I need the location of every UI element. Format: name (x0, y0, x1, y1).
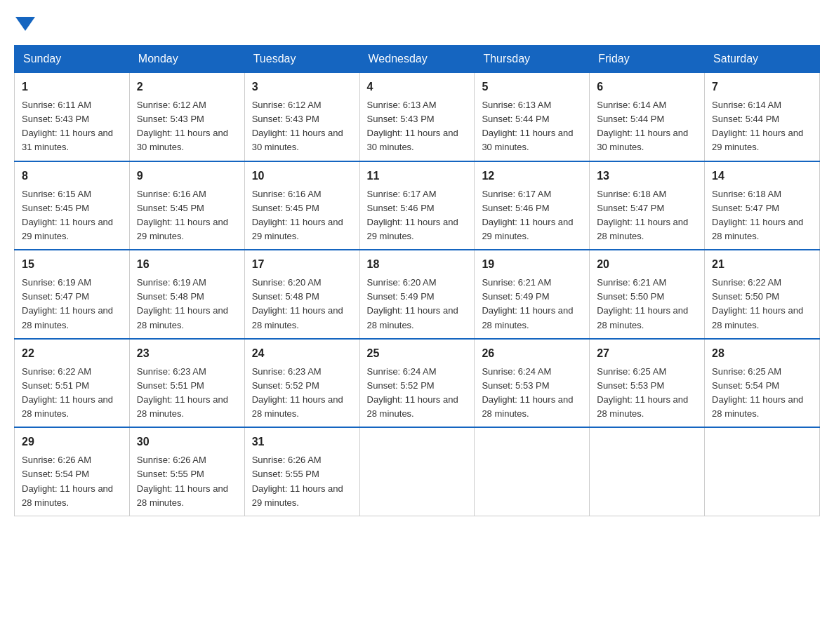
day-info: Sunrise: 6:26 AMSunset: 5:54 PMDaylight:… (22, 453, 122, 510)
day-number: 17 (252, 256, 352, 273)
day-info: Sunrise: 6:11 AMSunset: 5:43 PMDaylight:… (22, 98, 122, 155)
day-number: 19 (482, 256, 582, 273)
calendar-week-row: 1Sunrise: 6:11 AMSunset: 5:43 PMDaylight… (15, 73, 820, 161)
day-number: 21 (712, 256, 812, 273)
day-info: Sunrise: 6:26 AMSunset: 5:55 PMDaylight:… (252, 453, 352, 510)
column-header-thursday: Thursday (475, 46, 590, 73)
day-info: Sunrise: 6:18 AMSunset: 5:47 PMDaylight:… (597, 187, 697, 244)
day-info: Sunrise: 6:18 AMSunset: 5:47 PMDaylight:… (712, 187, 812, 244)
calendar-cell: 29Sunrise: 6:26 AMSunset: 5:54 PMDayligh… (15, 427, 130, 516)
day-info: Sunrise: 6:26 AMSunset: 5:55 PMDaylight:… (137, 453, 237, 510)
calendar-cell: 1Sunrise: 6:11 AMSunset: 5:43 PMDaylight… (15, 73, 130, 161)
calendar-cell: 16Sunrise: 6:19 AMSunset: 5:48 PMDayligh… (129, 250, 244, 339)
day-info: Sunrise: 6:19 AMSunset: 5:48 PMDaylight:… (137, 276, 237, 333)
day-number: 8 (22, 168, 122, 185)
day-info: Sunrise: 6:12 AMSunset: 5:43 PMDaylight:… (252, 98, 352, 155)
calendar-cell: 3Sunrise: 6:12 AMSunset: 5:43 PMDaylight… (244, 73, 359, 161)
calendar-cell: 17Sunrise: 6:20 AMSunset: 5:48 PMDayligh… (244, 250, 359, 339)
column-header-wednesday: Wednesday (359, 46, 475, 73)
calendar-cell: 27Sunrise: 6:25 AMSunset: 5:53 PMDayligh… (590, 339, 705, 428)
day-number: 10 (252, 168, 352, 185)
day-number: 4 (367, 79, 468, 95)
calendar-cell: 15Sunrise: 6:19 AMSunset: 5:47 PMDayligh… (15, 250, 130, 339)
calendar-cell: 24Sunrise: 6:23 AMSunset: 5:52 PMDayligh… (244, 339, 359, 428)
day-number: 31 (252, 434, 352, 450)
calendar-cell (475, 427, 590, 516)
day-info: Sunrise: 6:21 AMSunset: 5:49 PMDaylight:… (482, 276, 582, 333)
day-info: Sunrise: 6:12 AMSunset: 5:43 PMDaylight:… (137, 98, 237, 155)
calendar-cell: 6Sunrise: 6:14 AMSunset: 5:44 PMDaylight… (590, 73, 705, 161)
column-header-tuesday: Tuesday (244, 46, 359, 73)
day-info: Sunrise: 6:22 AMSunset: 5:50 PMDaylight:… (712, 276, 812, 333)
calendar-cell: 20Sunrise: 6:21 AMSunset: 5:50 PMDayligh… (590, 250, 705, 339)
day-number: 16 (137, 256, 237, 273)
calendar-cell: 26Sunrise: 6:24 AMSunset: 5:53 PMDayligh… (475, 339, 590, 428)
logo-triangle-icon (15, 17, 35, 31)
calendar-cell: 23Sunrise: 6:23 AMSunset: 5:51 PMDayligh… (129, 339, 244, 428)
day-number: 1 (22, 79, 122, 95)
day-info: Sunrise: 6:24 AMSunset: 5:53 PMDaylight:… (482, 365, 582, 422)
day-info: Sunrise: 6:15 AMSunset: 5:45 PMDaylight:… (22, 187, 122, 244)
column-header-sunday: Sunday (15, 46, 130, 73)
day-info: Sunrise: 6:20 AMSunset: 5:48 PMDaylight:… (252, 276, 352, 333)
calendar-week-row: 29Sunrise: 6:26 AMSunset: 5:54 PMDayligh… (15, 427, 820, 516)
day-info: Sunrise: 6:19 AMSunset: 5:47 PMDaylight:… (22, 276, 122, 333)
day-info: Sunrise: 6:16 AMSunset: 5:45 PMDaylight:… (137, 187, 237, 244)
calendar-header-row: SundayMondayTuesdayWednesdayThursdayFrid… (15, 46, 820, 73)
day-info: Sunrise: 6:13 AMSunset: 5:44 PMDaylight:… (482, 98, 582, 155)
day-info: Sunrise: 6:24 AMSunset: 5:52 PMDaylight:… (367, 365, 468, 422)
day-info: Sunrise: 6:14 AMSunset: 5:44 PMDaylight:… (597, 98, 697, 155)
calendar-cell: 28Sunrise: 6:25 AMSunset: 5:54 PMDayligh… (705, 339, 820, 428)
day-number: 18 (367, 256, 468, 273)
day-info: Sunrise: 6:25 AMSunset: 5:53 PMDaylight:… (597, 365, 697, 422)
calendar-week-row: 22Sunrise: 6:22 AMSunset: 5:51 PMDayligh… (15, 339, 820, 428)
calendar-table: SundayMondayTuesdayWednesdayThursdayFrid… (14, 45, 820, 516)
calendar-cell (705, 427, 820, 516)
day-info: Sunrise: 6:17 AMSunset: 5:46 PMDaylight:… (482, 187, 582, 244)
day-info: Sunrise: 6:20 AMSunset: 5:49 PMDaylight:… (367, 276, 468, 333)
day-number: 14 (712, 168, 812, 185)
calendar-cell: 2Sunrise: 6:12 AMSunset: 5:43 PMDaylight… (129, 73, 244, 161)
day-info: Sunrise: 6:25 AMSunset: 5:54 PMDaylight:… (712, 365, 812, 422)
day-info: Sunrise: 6:23 AMSunset: 5:52 PMDaylight:… (252, 365, 352, 422)
calendar-cell: 12Sunrise: 6:17 AMSunset: 5:46 PMDayligh… (475, 161, 590, 250)
day-number: 22 (22, 345, 122, 362)
calendar-cell: 31Sunrise: 6:26 AMSunset: 5:55 PMDayligh… (244, 427, 359, 516)
calendar-cell: 22Sunrise: 6:22 AMSunset: 5:51 PMDayligh… (15, 339, 130, 428)
day-info: Sunrise: 6:16 AMSunset: 5:45 PMDaylight:… (252, 187, 352, 244)
day-number: 25 (367, 345, 468, 362)
calendar-cell: 9Sunrise: 6:16 AMSunset: 5:45 PMDaylight… (129, 161, 244, 250)
calendar-cell: 7Sunrise: 6:14 AMSunset: 5:44 PMDaylight… (705, 73, 820, 161)
day-info: Sunrise: 6:22 AMSunset: 5:51 PMDaylight:… (22, 365, 122, 422)
column-header-friday: Friday (590, 46, 705, 73)
day-info: Sunrise: 6:17 AMSunset: 5:46 PMDaylight:… (367, 187, 468, 244)
day-info: Sunrise: 6:14 AMSunset: 5:44 PMDaylight:… (712, 98, 812, 155)
day-number: 27 (597, 345, 697, 362)
day-number: 30 (137, 434, 237, 450)
day-number: 13 (597, 168, 697, 185)
day-info: Sunrise: 6:21 AMSunset: 5:50 PMDaylight:… (597, 276, 697, 333)
day-number: 3 (252, 79, 352, 95)
calendar-cell: 13Sunrise: 6:18 AMSunset: 5:47 PMDayligh… (590, 161, 705, 250)
calendar-week-row: 8Sunrise: 6:15 AMSunset: 5:45 PMDaylight… (15, 161, 820, 250)
day-number: 9 (137, 168, 237, 185)
calendar-cell: 11Sunrise: 6:17 AMSunset: 5:46 PMDayligh… (359, 161, 475, 250)
calendar-week-row: 15Sunrise: 6:19 AMSunset: 5:47 PMDayligh… (15, 250, 820, 339)
calendar-cell: 18Sunrise: 6:20 AMSunset: 5:49 PMDayligh… (359, 250, 475, 339)
calendar-cell: 10Sunrise: 6:16 AMSunset: 5:45 PMDayligh… (244, 161, 359, 250)
column-header-monday: Monday (129, 46, 244, 73)
calendar-cell: 4Sunrise: 6:13 AMSunset: 5:43 PMDaylight… (359, 73, 475, 161)
logo (14, 14, 37, 31)
day-info: Sunrise: 6:23 AMSunset: 5:51 PMDaylight:… (137, 365, 237, 422)
day-number: 12 (482, 168, 582, 185)
calendar-cell (359, 427, 475, 516)
calendar-cell: 5Sunrise: 6:13 AMSunset: 5:44 PMDaylight… (475, 73, 590, 161)
calendar-cell (590, 427, 705, 516)
day-number: 20 (597, 256, 697, 273)
page-header (14, 14, 820, 31)
calendar-cell: 8Sunrise: 6:15 AMSunset: 5:45 PMDaylight… (15, 161, 130, 250)
calendar-cell: 14Sunrise: 6:18 AMSunset: 5:47 PMDayligh… (705, 161, 820, 250)
day-number: 2 (137, 79, 237, 95)
day-number: 23 (137, 345, 237, 362)
day-number: 29 (22, 434, 122, 450)
